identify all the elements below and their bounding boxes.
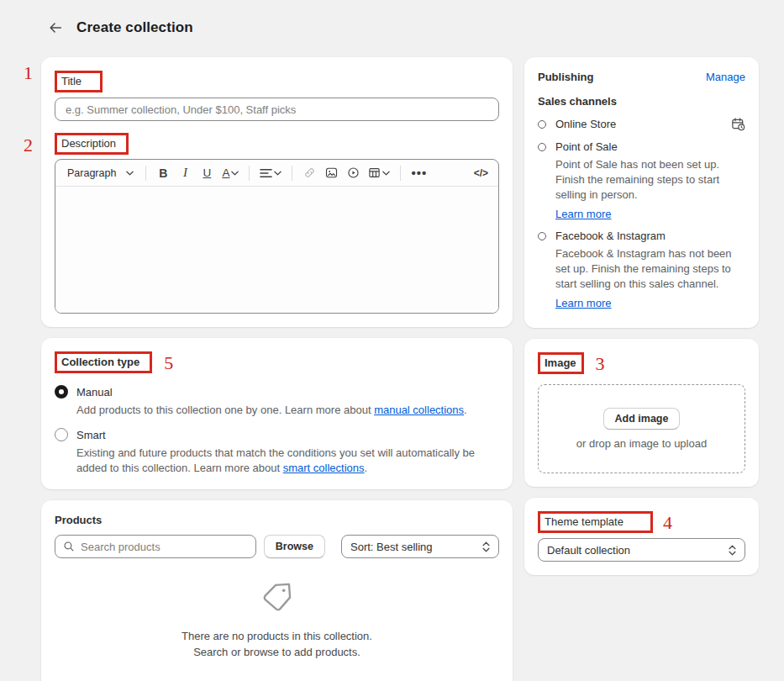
paragraph-style-dropdown[interactable]: Paragraph [62,163,139,183]
annotation-number-3: 3 [596,353,605,374]
smart-option-label: Smart [76,429,106,441]
channel-online-store: Online Store [538,117,745,131]
sort-select-value: Sort: Best selling [350,541,433,553]
annotation-number-1: 1 [24,64,33,82]
toolbar-divider [400,166,401,181]
back-button[interactable] [46,18,65,37]
annotation-number-4: 4 [663,512,672,533]
text-color-label: A [222,166,229,179]
collection-type-card: Collection type 5 Manual Add products to… [41,338,513,489]
theme-template-value: Default collection [547,544,630,557]
browse-button[interactable]: Browse [264,535,325,558]
chevron-down-icon [382,171,390,176]
theme-template-card: Theme template 4 Default collection [524,498,759,575]
image-icon [325,166,338,179]
publishing-card: Publishing Manage Sales channels Online … [524,57,759,328]
more-formatting-button[interactable]: ••• [408,163,430,183]
sales-channels-subheader: Sales channels [538,95,745,108]
channel-description: Point of Sale has not been set up. Finis… [555,157,745,203]
image-annotation: Image [538,352,584,374]
table-icon [368,166,381,179]
arrow-left-icon [48,20,63,35]
insert-image-button[interactable] [321,163,341,183]
channel-name: Facebook & Instagram [555,230,745,242]
products-header: Products [55,514,499,526]
search-icon [63,541,75,552]
description-rich-text-editor: Paragraph B I U A [55,159,499,314]
link-button[interactable] [299,163,319,183]
image-dropzone[interactable]: Add image or drop an image to upload [538,384,745,473]
link-icon [303,166,316,179]
publishing-header: Publishing [538,71,593,83]
channel-point-of-sale: Point of Sale Point of Sale has not been… [538,140,745,220]
sort-select[interactable]: Sort: Best selling [341,535,499,558]
channel-facebook-instagram: Facebook & Instagram Facebook & Instagra… [538,230,745,309]
italic-button[interactable]: I [175,163,195,183]
code-view-button[interactable]: </> [471,163,492,183]
manual-desc-text: Add products to this collection one by o… [76,404,374,416]
manual-desc-period: . [464,404,467,416]
smart-desc-period: . [365,462,368,474]
pos-learn-more-link[interactable]: Learn more [555,208,611,220]
page-title: Create collection [76,19,193,36]
toolbar-divider [249,166,250,181]
insert-video-button[interactable] [343,163,363,183]
search-products-input[interactable] [55,535,256,558]
fbig-learn-more-link[interactable]: Learn more [555,297,611,309]
annotation-number-5: 5 [164,352,173,373]
manual-collections-link[interactable]: manual collections [374,404,464,416]
details-card: 1 2 Title Description Paragraph [41,57,513,327]
manage-link[interactable]: Manage [706,71,745,83]
radio-unchecked-icon[interactable] [55,428,68,441]
channel-description: Facebook & Instagram has not been set up… [555,246,745,292]
chevron-down-icon [231,171,239,176]
manual-option-label: Manual [76,386,113,399]
video-play-icon [347,166,360,179]
bold-button[interactable]: B [153,163,173,183]
description-label: Description [61,137,116,150]
annotation-number-2: 2 [24,136,33,155]
theme-template-select[interactable]: Default collection [538,538,745,562]
empty-state-line2: Search or browse to add products. [55,644,499,660]
title-label: Title [61,75,82,87]
schedule-calendar-icon[interactable] [731,117,745,131]
collection-type-option-manual[interactable]: Manual [55,385,499,399]
collection-type-header: Collection type [61,356,139,368]
align-left-icon [260,167,272,179]
products-empty-state: There are no products in this collection… [55,558,499,678]
radio-checked-icon[interactable] [55,385,68,399]
image-header: Image [545,356,576,369]
updown-chevron-icon [482,541,490,552]
products-card: Products Browse Sort: Best selling [41,500,513,681]
toolbar-divider [145,166,146,181]
updown-chevron-icon [729,545,736,556]
empty-state-line1: There are no products in this collection… [55,628,499,644]
chevron-down-icon [274,171,282,176]
editor-toolbar: Paragraph B I U A [55,160,498,187]
chevron-down-icon [126,171,134,176]
theme-template-annotation: Theme template [538,511,653,533]
paragraph-style-label: Paragraph [67,167,116,179]
collection-type-option-smart[interactable]: Smart [55,428,499,441]
smart-collections-link[interactable]: smart collections [283,462,365,474]
channel-bullet-icon [538,143,546,151]
insert-table-dropdown[interactable] [365,163,393,183]
smart-option-description: Existing and future products that match … [76,446,499,476]
text-color-dropdown[interactable]: A [218,163,242,183]
title-input[interactable] [55,98,499,121]
manual-option-description: Add products to this collection one by o… [76,403,499,418]
underline-button[interactable]: U [197,163,217,183]
tag-icon [260,580,294,614]
drop-image-hint: or drop an image to upload [576,437,707,450]
page-header: Create collection [41,15,759,39]
channel-bullet-icon [538,232,546,240]
create-collection-page: Create collection 1 2 Title Description [0,0,784,681]
description-editor-body[interactable] [55,187,498,313]
channel-bullet-icon [538,120,546,129]
add-image-button[interactable]: Add image [603,408,681,430]
title-label-annotation: Title [55,71,103,92]
collection-type-annotation: Collection type [55,351,152,373]
channel-name: Point of Sale [555,140,745,153]
alignment-dropdown[interactable] [256,163,285,183]
description-label-annotation: Description [55,133,129,155]
